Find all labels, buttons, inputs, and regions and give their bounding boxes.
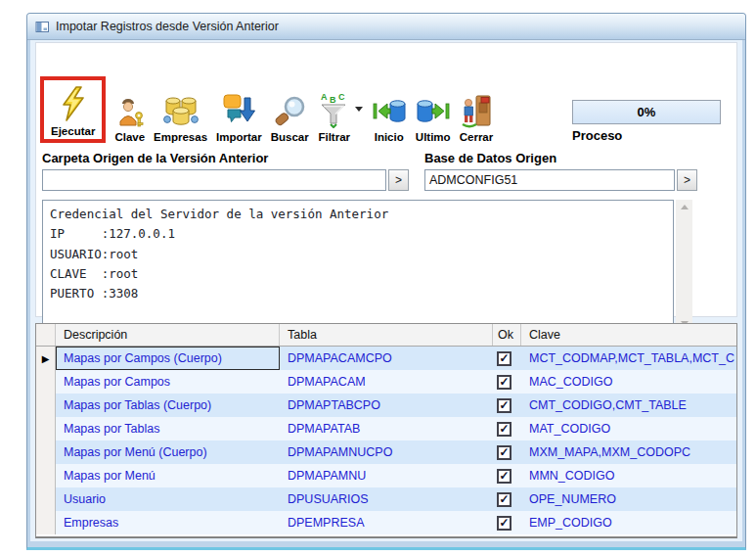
credentials-memo[interactable]: Credencial del Servidor de la versión An… [42, 200, 674, 331]
ok-checkbox[interactable]: ✓ [497, 351, 511, 366]
table-row[interactable]: Mapas por Menú (Cuerpo) DPMAPAMNUCPO ✓ M… [36, 440, 736, 464]
clave-button[interactable]: Clave [114, 89, 145, 143]
ejecutar-label: Ejecutar [51, 125, 95, 137]
cell-tabla[interactable]: DPMAPAMNU [280, 464, 493, 487]
table-row[interactable]: Usuario DPUSUARIOS ✓ OPE_NUMERO [36, 487, 736, 511]
fields-row: Carpeta Origen de la Versión Anterior > … [36, 145, 736, 191]
user-key-icon [115, 89, 145, 128]
cell-clave[interactable]: MCT_CODMAP,MCT_TABLA,MCT_C [521, 347, 736, 370]
lightning-icon [56, 83, 91, 122]
importar-button[interactable]: Importar [216, 89, 262, 143]
cell-clave[interactable]: OPE_NUMERO [521, 487, 736, 511]
table-row[interactable]: ▶ Mapas por Campos (Cuerpo) DPMAPACAMCPO… [36, 347, 736, 370]
cell-descripcion[interactable]: Mapas por Tablas [56, 417, 280, 440]
ok-checkbox[interactable]: ✓ [497, 516, 511, 531]
progress-group: 0% Proceso [572, 100, 721, 143]
ejecutar-highlight-box: Ejecutar [40, 76, 106, 143]
ok-checkbox[interactable]: ✓ [497, 492, 511, 507]
top-panel: Ejecutar [35, 42, 737, 317]
row-selector [36, 511, 56, 534]
ultimo-label: Ultimo [416, 131, 451, 143]
cell-clave[interactable]: MXM_MAPA,MXM_CODOPC [521, 440, 736, 464]
cell-clave[interactable]: MMN_CODIGO [521, 464, 736, 487]
cell-descripcion[interactable]: Usuario [56, 487, 280, 511]
titlebar[interactable]: Impotar Registros desde Versión Anterior [27, 14, 745, 40]
ejecutar-button[interactable]: Ejecutar [51, 83, 95, 137]
clave-label: Clave [114, 131, 145, 143]
cell-tabla[interactable]: DPMAPTABCPO [280, 394, 493, 417]
cell-tabla[interactable]: DPUSUARIOS [280, 487, 493, 511]
row-selector [36, 440, 56, 464]
svg-text:A: A [321, 92, 328, 102]
cell-tabla[interactable]: DPMAPATAB [280, 417, 493, 440]
empresas-button[interactable]: Empresas [154, 89, 207, 143]
table-row[interactable]: Mapas por Menú DPMAPAMNU ✓ MMN_CODIGO [36, 464, 736, 487]
magnifier-icon [273, 89, 306, 128]
window-title: Impotar Registros desde Versión Anterior [56, 20, 279, 33]
window-icon [35, 20, 50, 34]
cell-descripcion[interactable]: Mapas por Tablas (Cuerpo) [56, 394, 280, 417]
row-selector [36, 394, 56, 417]
row-selector [36, 464, 56, 487]
cell-clave[interactable]: EMP_CODIGO [521, 511, 736, 534]
table-row[interactable]: Mapas por Campos DPMAPACAM ✓ MAC_CODIGO [36, 370, 736, 394]
cell-descripcion[interactable]: Mapas por Menú [56, 464, 280, 487]
cell-tabla[interactable]: DPMAPACAM [280, 370, 493, 394]
grid-header-tabla[interactable]: Tabla [280, 324, 493, 346]
first-record-icon [372, 89, 407, 128]
buscar-button[interactable]: Buscar [271, 89, 309, 143]
ok-checkbox[interactable]: ✓ [497, 375, 511, 390]
scroll-up-icon[interactable] [681, 205, 689, 209]
carpeta-browse-button[interactable]: > [388, 169, 409, 191]
ok-checkbox[interactable]: ✓ [497, 422, 511, 437]
cerrar-button[interactable]: Cerrar [460, 89, 494, 143]
table-row[interactable]: Mapas por Tablas DPMAPATAB ✓ MAT_CODIGO [36, 417, 736, 440]
importar-label: Importar [216, 131, 262, 143]
grid-header-ok[interactable]: Ok [493, 324, 521, 346]
cell-descripcion[interactable]: Empresas [56, 511, 280, 534]
cell-tabla[interactable]: DPMAPAMNUCPO [280, 440, 493, 464]
empresas-label: Empresas [154, 131, 207, 143]
grid-header: Descripción Tabla Ok Clave [36, 324, 736, 347]
ok-checkbox[interactable]: ✓ [497, 445, 511, 460]
table-row[interactable]: Empresas DPEMPRESA ✓ EMP_CODIGO [36, 511, 736, 534]
cell-tabla[interactable]: DPEMPRESA [280, 511, 493, 534]
filter-dropdown-caret-icon[interactable] [355, 107, 363, 112]
base-datos-field: Base de Datos Origen > [424, 151, 697, 191]
progress-label: Proceso [572, 128, 721, 143]
cell-clave[interactable]: CMT_CODIGO,CMT_TABLE [521, 394, 736, 417]
base-datos-browse-button[interactable]: > [677, 169, 697, 191]
cell-clave[interactable]: MAC_CODIGO [521, 370, 736, 394]
filtrar-label: Filtrar [318, 131, 350, 143]
cerrar-label: Cerrar [460, 131, 494, 143]
import-records-window: Impotar Registros desde Versión Anterior… [26, 13, 746, 550]
filtrar-button[interactable]: A B C Filtrar [318, 89, 351, 143]
row-selector [36, 417, 56, 440]
credentials-memo-wrap: Credencial del Servidor de la versión An… [42, 200, 727, 331]
row-selector [36, 487, 56, 511]
ok-checkbox[interactable]: ✓ [497, 469, 511, 484]
cell-clave[interactable]: MAT_CODIGO [521, 417, 736, 440]
table-row[interactable]: Mapas por Tablas (Cuerpo) DPMAPTABCPO ✓ … [36, 394, 736, 417]
carpeta-label: Carpeta Origen de la Versión Anterior [42, 151, 409, 165]
buscar-label: Buscar [271, 131, 309, 143]
ultimo-button[interactable]: Ultimo [416, 89, 451, 143]
carpeta-input[interactable] [42, 169, 386, 191]
ok-checkbox[interactable]: ✓ [497, 398, 511, 413]
grid-header-clave[interactable]: Clave [521, 324, 736, 346]
cell-descripcion[interactable]: Mapas por Campos (Cuerpo) [56, 347, 280, 370]
memo-scrollbar[interactable] [676, 200, 692, 331]
inicio-label: Inicio [375, 131, 404, 143]
row-selector-marker: ▶ [36, 347, 56, 370]
progress-value: 0% [638, 105, 656, 119]
cell-descripcion[interactable]: Mapas por Campos [56, 370, 280, 394]
cell-tabla[interactable]: DPMAPACAMCPO [280, 347, 493, 370]
toolbar: Ejecutar [36, 43, 736, 145]
grid-header-descripcion[interactable]: Descripción [56, 324, 280, 346]
progress-bar: 0% [572, 100, 721, 124]
filter-funnel-icon: A B C [318, 89, 351, 128]
inicio-button[interactable]: Inicio [372, 89, 407, 143]
base-datos-label: Base de Datos Origen [424, 151, 697, 165]
base-datos-input[interactable] [424, 169, 675, 191]
cell-descripcion[interactable]: Mapas por Menú (Cuerpo) [56, 440, 280, 464]
